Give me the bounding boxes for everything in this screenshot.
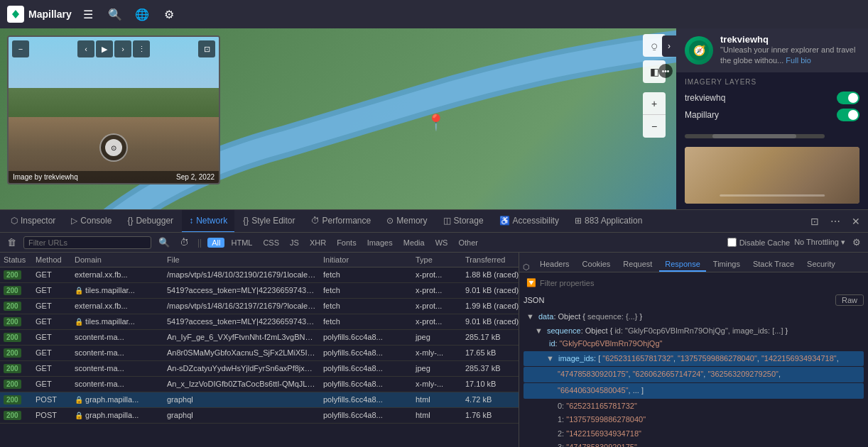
collapse-data-icon[interactable]: ▼ <box>526 312 534 321</box>
tab-application[interactable]: ⊞ 883 Application <box>568 210 649 233</box>
detail-tab-response[interactable]: Response <box>659 258 706 272</box>
filter-other[interactable]: Other <box>454 238 482 248</box>
json-val-0: "625231165781732" <box>566 402 637 410</box>
detail-content: 🔽 JSON Raw ▼ data: Object { sequence: {.… <box>519 272 868 447</box>
col-header-status: Status <box>0 253 32 267</box>
filter-js[interactable]: JS <box>286 238 303 248</box>
table-row[interactable]: 200 GET external.xx.fb... /maps/vtp/s1/4… <box>0 299 519 314</box>
table-row[interactable]: 200 GET scontent-ma... An_IyF_ge_6_VXyfF… <box>0 330 519 346</box>
filter-fonts[interactable]: Fonts <box>332 238 361 248</box>
filter-xhr[interactable]: XHR <box>305 238 330 248</box>
table-row[interactable]: 200 POST 🔒 graph.mapilla... graphql poly… <box>0 408 519 424</box>
detail-tab-security[interactable]: Security <box>801 258 841 272</box>
json-index-3: 3: <box>558 443 566 447</box>
row-file: graphql <box>163 408 320 423</box>
devtools-more-btn[interactable]: ⋯ <box>827 213 844 230</box>
sv-minus-btn[interactable]: − <box>12 40 29 57</box>
row-domain: scontent-ma... <box>71 330 163 345</box>
search-network-btn[interactable]: 🔍 <box>156 236 173 249</box>
user-profile-bar: 🧭 trekviewhq "Unleash your inner explore… <box>676 28 868 72</box>
row-status: 200 <box>0 361 32 376</box>
network-list[interactable]: Status Method Domain File Initiator Type… <box>0 253 519 447</box>
table-row[interactable]: 200 GET 🔒 tiles.mapillar... 5419?access_… <box>0 314 519 330</box>
disable-cache-checkbox[interactable] <box>727 238 737 247</box>
collapse-image-ids-icon[interactable]: ▼ <box>546 354 554 363</box>
clear-btn[interactable]: 🗑 <box>4 236 19 249</box>
tab-style-editor[interactable]: {} Style Editor <box>236 210 302 233</box>
panel-more-btn[interactable]: ••• <box>658 64 673 78</box>
json-sequence-line: ▼ sequence: Object { id: "GklyF0cp6VBlmR… <box>523 324 864 338</box>
user-avatar: 🧭 <box>685 36 713 65</box>
json-sequence-key: sequence <box>547 326 581 335</box>
filter-icon: 🔽 <box>526 278 536 287</box>
throttling-label: No Throttling ▾ <box>794 238 845 247</box>
network-table: Status Method Domain File Initiator Type… <box>0 253 868 447</box>
table-row[interactable]: 200 POST 🔒 graph.mapilla... graphql poly… <box>0 392 519 408</box>
sv-play-btn[interactable]: ▶ <box>96 40 113 57</box>
map-zoom-in-btn[interactable]: + <box>643 92 666 115</box>
row-method: POST <box>32 392 71 407</box>
filter-css[interactable]: CSS <box>259 238 283 248</box>
layer-toggle-trekviewhq[interactable] <box>837 92 859 104</box>
row-initiator: polyfills.6cc4a8... <box>320 361 412 376</box>
tab-memory[interactable]: ⊙ Memory <box>379 210 434 233</box>
tab-console[interactable]: ▷ Console <box>64 210 119 233</box>
search-icon[interactable]: 🔍 <box>104 4 126 25</box>
row-transferred: 1.99 kB (raced) <box>462 299 519 314</box>
filter-html[interactable]: HTML <box>227 238 256 248</box>
filter-media[interactable]: Media <box>399 238 429 248</box>
map-thumbnail <box>685 147 859 204</box>
imagery-layers-panel: IMAGERY LAYERS trekviewhq Mapillary <box>676 72 868 131</box>
filter-ws[interactable]: WS <box>431 238 452 248</box>
tab-network[interactable]: ↕ Network <box>182 210 234 233</box>
tab-storage[interactable]: ◫ Storage <box>436 210 491 233</box>
layer-toggle-mapillary[interactable] <box>837 109 859 121</box>
right-panel: › ••• 🧭 trekviewhq "Unleash your inner e… <box>676 28 868 238</box>
filter-properties-input[interactable] <box>540 279 861 287</box>
sv-date: Sep 2, 2022 <box>176 173 215 181</box>
json-section-label: JSON <box>523 296 544 304</box>
tab-performance[interactable]: ⏱ Performance <box>304 210 379 233</box>
col-header-domain: Domain <box>71 253 163 267</box>
detail-tab-stack-trace[interactable]: Stack Trace <box>747 258 800 272</box>
sv-menu-btn[interactable]: ⋮ <box>133 40 150 57</box>
menu-icon[interactable]: ☰ <box>77 4 99 25</box>
detail-tab-timings[interactable]: Timings <box>707 258 746 272</box>
filter-images[interactable]: Images <box>363 238 397 248</box>
devtools-close-btn[interactable]: ✕ <box>847 213 864 230</box>
table-row[interactable]: 200 GET scontent-ma... An_x_lzzVoDIGfb0Z… <box>0 377 519 392</box>
table-row[interactable]: 200 GET scontent-ma... An8r0SMaMyGbfoXac… <box>0 346 519 361</box>
map-zoom-out-btn[interactable]: − <box>643 115 666 138</box>
table-row[interactable]: 200 GET scontent-ma... An-sDZcatyuYydwHs… <box>0 361 519 377</box>
detail-tab-headers[interactable]: Headers <box>534 258 575 272</box>
row-type: x-prot... <box>412 299 462 314</box>
row-transferred: 9.01 kB (raced) <box>462 283 519 298</box>
panel-collapse-btn[interactable]: › <box>662 35 676 57</box>
table-row[interactable]: 200 GET external.xx.fb... /maps/vtp/s1/4… <box>0 267 519 283</box>
row-type: x-prot... <box>412 314 462 329</box>
json-image-ids-line3: "664406304580045", ... ] <box>523 383 864 399</box>
disable-cache-label[interactable]: Disable Cache <box>727 238 791 247</box>
sv-next-btn[interactable]: › <box>114 40 131 57</box>
filter-urls-input[interactable] <box>23 236 151 249</box>
user-bio-link[interactable]: Full bio <box>786 56 810 65</box>
row-file: /maps/vtp/s1/48/16/32197/21679/?locale=e… <box>163 299 320 314</box>
tab-debugger[interactable]: {} Debugger <box>120 210 180 233</box>
devtools-dock-btn[interactable]: ⊡ <box>806 213 823 230</box>
tab-inspector[interactable]: ⬡ Inspector <box>4 210 63 233</box>
filter-all[interactable]: All <box>207 238 224 248</box>
compass: ⊙ <box>99 133 128 162</box>
settings-icon[interactable]: ⚙ <box>158 4 180 25</box>
network-settings-btn[interactable]: ⚙ <box>850 236 864 249</box>
raw-btn[interactable]: Raw <box>835 294 864 306</box>
detail-tab-cookies[interactable]: Cookies <box>577 258 617 272</box>
sv-prev-btn[interactable]: ‹ <box>77 40 94 57</box>
globe-icon[interactable]: 🌐 <box>131 4 153 25</box>
tab-accessibility[interactable]: ♿ Accessibility <box>492 210 566 233</box>
sv-expand-btn[interactable]: ⊡ <box>198 40 215 57</box>
timer-btn[interactable]: ⏱ <box>177 236 192 249</box>
table-row[interactable]: 200 GET 🔒 tiles.mapillar... 5419?access_… <box>0 283 519 299</box>
street-view-footer: Image by trekviewhq Sep 2, 2022 <box>9 171 219 183</box>
detail-tab-request[interactable]: Request <box>617 258 658 272</box>
collapse-sequence-icon[interactable]: ▼ <box>535 326 543 335</box>
